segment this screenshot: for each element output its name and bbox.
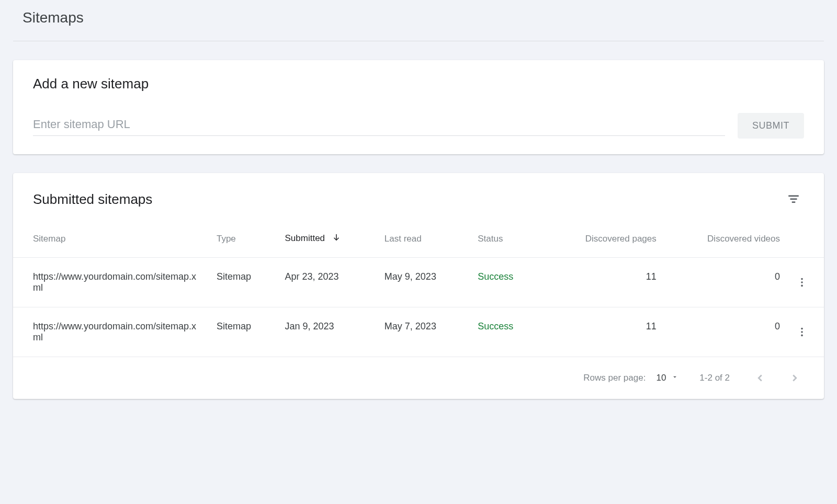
svg-rect-2 — [792, 201, 796, 203]
cell-submitted: Jan 9, 2023 — [279, 307, 378, 357]
cell-discovered-videos: 0 — [663, 307, 786, 357]
cell-status: Success — [471, 258, 541, 307]
next-page-button[interactable] — [785, 369, 804, 387]
add-sitemap-title: Add a new sitemap — [33, 76, 804, 92]
col-submitted-label: Submitted — [285, 233, 325, 243]
svg-point-9 — [801, 335, 803, 337]
arrow-down-icon — [332, 233, 341, 245]
prev-page-button[interactable] — [751, 369, 770, 387]
sitemaps-table: Sitemap Type Submitted Last read Status — [13, 220, 824, 357]
cell-last-read: May 7, 2023 — [378, 307, 471, 357]
svg-point-8 — [801, 331, 803, 333]
svg-point-7 — [801, 328, 803, 330]
more-vert-icon[interactable] — [793, 323, 811, 341]
cell-type: Sitemap — [210, 258, 279, 307]
cell-sitemap: https://www.yourdomain.com/sitemap.xml — [13, 307, 210, 357]
add-sitemap-card: Add a new sitemap SUBMIT — [13, 60, 824, 154]
rows-per-page-label: Rows per page: — [583, 373, 646, 383]
rows-per-page-select[interactable]: 10 — [656, 373, 678, 383]
caret-down-icon — [671, 373, 678, 383]
cell-discovered-videos: 0 — [663, 258, 786, 307]
svg-rect-1 — [790, 198, 797, 200]
cell-status: Success — [471, 307, 541, 357]
svg-rect-0 — [788, 195, 799, 197]
page-title: Sitemaps — [13, 0, 824, 41]
col-status[interactable]: Status — [471, 220, 541, 258]
sitemap-url-input[interactable] — [33, 116, 725, 136]
page-range-label: 1-2 of 2 — [699, 373, 730, 383]
submit-button[interactable]: SUBMIT — [738, 113, 804, 139]
submitted-sitemaps-title: Submitted sitemaps — [33, 191, 152, 208]
col-submitted[interactable]: Submitted — [279, 220, 378, 258]
cell-discovered-pages: 11 — [541, 258, 663, 307]
cell-discovered-pages: 11 — [541, 307, 663, 357]
table-row[interactable]: https://www.yourdomain.com/sitemap.xml S… — [13, 307, 824, 357]
col-discovered-videos[interactable]: Discovered videos — [663, 220, 786, 258]
more-vert-icon[interactable] — [793, 273, 811, 292]
col-type[interactable]: Type — [210, 220, 279, 258]
submitted-sitemaps-card: Submitted sitemaps Sitemap Type Submitte… — [13, 173, 824, 399]
cell-submitted: Apr 23, 2023 — [279, 258, 378, 307]
cell-sitemap: https://www.yourdomain.com/sitemap.xml — [13, 258, 210, 307]
svg-point-6 — [801, 285, 803, 287]
col-sitemap[interactable]: Sitemap — [13, 220, 210, 258]
svg-point-5 — [801, 281, 803, 283]
svg-point-4 — [801, 278, 803, 280]
filter-icon[interactable] — [783, 189, 804, 210]
table-footer: Rows per page: 10 1-2 of 2 — [13, 357, 824, 399]
cell-type: Sitemap — [210, 307, 279, 357]
table-row[interactable]: https://www.yourdomain.com/sitemap.xml S… — [13, 258, 824, 307]
col-discovered-pages[interactable]: Discovered pages — [541, 220, 663, 258]
col-last-read[interactable]: Last read — [378, 220, 471, 258]
rows-per-page-value: 10 — [656, 373, 666, 383]
cell-last-read: May 9, 2023 — [378, 258, 471, 307]
